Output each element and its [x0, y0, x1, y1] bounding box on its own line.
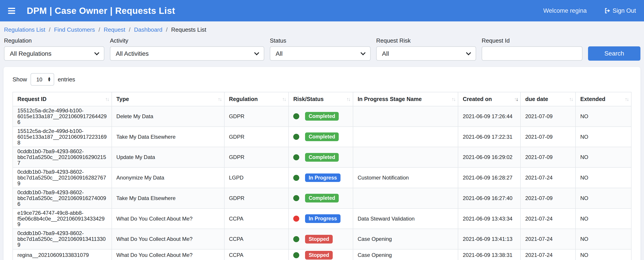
regulation-label: Regulation	[4, 37, 104, 44]
column-header-label: Extended	[580, 96, 606, 102]
status-label: Status	[270, 37, 370, 44]
request-risk-label: Request Risk	[376, 37, 476, 44]
risk-dot-green-icon	[293, 252, 299, 258]
risk-status-cell: Completed	[288, 147, 353, 168]
risk-status-cell: Stopped	[288, 249, 353, 260]
sort-arrows-icon: ↑↓	[218, 96, 222, 102]
table-header-row: Request ID↑↓Type↑↓Regulation↑↓Risk/Statu…	[13, 92, 631, 106]
regulation-cell: LGPD	[224, 168, 288, 188]
extended-cell: NO	[576, 208, 631, 229]
request-risk-select[interactable]: All	[376, 46, 476, 61]
sort-desc-icon: ↓	[107, 96, 109, 102]
created-on-cell: 2021-06-09 13:41:13	[458, 229, 520, 249]
created-on-cell: 2021-06-09 16:28:27	[458, 168, 520, 188]
status-filter-group: Status All	[270, 37, 370, 61]
table-row: 15512c5a-dc2e-499d-b100-6015e133a187__20…	[13, 106, 631, 127]
search-button[interactable]: Search	[588, 46, 640, 61]
due-date-cell: 2021-07-24	[520, 249, 576, 260]
status-badge: In Progress	[305, 174, 340, 182]
created-on-cell: 2021-06-09 16:29:02	[458, 147, 520, 168]
request-id-cell: 15512c5a-dc2e-499d-b100-6015e133a187__20…	[13, 127, 112, 147]
sign-out-button[interactable]: Sign Out	[604, 7, 636, 14]
column-header-due-date[interactable]: due date↑↓	[520, 92, 576, 106]
sort-asc-icon: ↑	[105, 96, 107, 102]
status-badge: Completed	[305, 194, 339, 202]
request-id-input[interactable]	[482, 46, 582, 61]
breadcrumb-link-request[interactable]: Request	[104, 26, 125, 33]
sort-desc-icon: ↓	[348, 96, 350, 102]
request-id-cell: 0cddb1b0-7ba9-4293-8602-bbc7d1a5250c__20…	[13, 168, 112, 188]
due-date-cell: 2021-07-09	[520, 127, 576, 147]
search-group: Search	[588, 46, 640, 61]
requests-table: Request ID↑↓Type↑↓Regulation↑↓Risk/Statu…	[12, 92, 632, 260]
created-on-cell: 2021-06-09 13:43:34	[458, 208, 520, 229]
sort-asc-icon: ↑	[282, 96, 284, 102]
regulation-cell: GDPR	[224, 147, 288, 168]
risk-dot-red-icon	[293, 216, 299, 222]
column-header-risk-status[interactable]: Risk/Status↑↓	[288, 92, 353, 106]
activity-label: Activity	[110, 37, 264, 44]
table-row: e19ce726-4747-49c8-abb8-f5e06c8b4c0e__20…	[13, 208, 631, 229]
column-header-label: In Progress Stage Name	[358, 96, 422, 102]
status-badge: Stopped	[305, 235, 333, 244]
regulation-select[interactable]: All Regulations	[4, 46, 104, 61]
regulation-cell: GDPR	[224, 127, 288, 147]
column-header-label: Request ID	[18, 96, 46, 102]
status-select[interactable]: All	[270, 46, 370, 61]
created-on-cell: 2021-06-09 13:38:31	[458, 249, 520, 260]
risk-dot-green-icon	[293, 154, 299, 160]
requests-card: Show 10 ▲ ▼ entries Request ID↑↓Type↑↓Re…	[4, 67, 640, 260]
hamburger-icon[interactable]	[8, 8, 15, 14]
top-navbar: DPM | Case Owner | Requests List Welcome…	[0, 0, 644, 22]
regulation-filter-group: Regulation All Regulations	[4, 37, 104, 61]
column-header-in-progress-stage-name[interactable]: In Progress Stage Name↑↓	[353, 92, 458, 106]
sort-desc-icon: ↓	[220, 96, 222, 102]
type-cell: Take My Data Elsewhere	[112, 127, 224, 147]
table-row: 0cddb1b0-7ba9-4293-8602-bbc7d1a5250c__20…	[13, 188, 631, 208]
breadcrumb-separator: /	[166, 26, 168, 33]
created-on-cell: 2021-06-09 17:26:44	[458, 106, 520, 127]
risk-status-cell: In Progress	[288, 208, 353, 229]
type-cell: Delete My Data	[112, 106, 224, 127]
column-header-label: Created on	[463, 96, 492, 102]
extended-cell: NO	[576, 229, 631, 249]
page-size-control: Show 10 ▲ ▼ entries	[12, 73, 632, 86]
column-header-created-on[interactable]: Created on↑↓	[458, 92, 520, 106]
sort-arrows-icon: ↑↓	[346, 96, 350, 102]
column-header-type[interactable]: Type↑↓	[112, 92, 224, 106]
page-size-select[interactable]: 10	[30, 73, 54, 86]
extended-cell: NO	[576, 168, 631, 188]
type-cell: What Do You Collect About Me?	[112, 208, 224, 229]
column-header-regulation[interactable]: Regulation↑↓	[224, 92, 288, 106]
created-on-cell: 2021-06-09 17:22:31	[458, 127, 520, 147]
breadcrumb-link-regulations-list[interactable]: Regulations List	[4, 26, 45, 33]
column-header-label: due date	[525, 96, 548, 102]
stage-name-cell	[353, 147, 458, 168]
sort-arrows-icon: ↑↓	[625, 96, 628, 102]
breadcrumb-current: Requests List	[171, 26, 206, 33]
show-label: Show	[12, 76, 27, 83]
activity-select[interactable]: All Activities	[110, 46, 264, 61]
due-date-cell: 2021-07-24	[520, 208, 576, 229]
table-row: 15512c5a-dc2e-499d-b100-6015e133a187__20…	[13, 127, 631, 147]
sort-arrows-icon: ↑↓	[452, 96, 455, 102]
breadcrumb-link-dashboard[interactable]: Dashboard	[134, 26, 162, 33]
due-date-cell: 2021-07-09	[520, 106, 576, 127]
breadcrumb-link-find-customers[interactable]: Find Customers	[54, 26, 95, 33]
column-header-request-id[interactable]: Request ID↑↓	[13, 92, 112, 106]
regulation-cell: GDPR	[224, 106, 288, 127]
sort-asc-icon: ↑	[218, 96, 220, 102]
column-header-extended[interactable]: Extended↑↓	[576, 92, 631, 106]
extended-cell: NO	[576, 127, 631, 147]
requests-table-body: 15512c5a-dc2e-499d-b100-6015e133a187__20…	[13, 106, 631, 260]
column-header-label: Type	[116, 96, 129, 102]
stage-name-cell	[353, 106, 458, 127]
extended-cell: NO	[576, 249, 631, 260]
risk-status-cell: Stopped	[288, 229, 353, 249]
due-date-cell: 2021-07-24	[520, 168, 576, 188]
sort-arrows-icon: ↑↓	[514, 96, 518, 102]
status-badge: Completed	[305, 132, 339, 141]
sort-asc-icon: ↑	[625, 96, 626, 102]
regulation-cell: CCPA	[224, 229, 288, 249]
regulation-cell: GDPR	[224, 188, 288, 208]
